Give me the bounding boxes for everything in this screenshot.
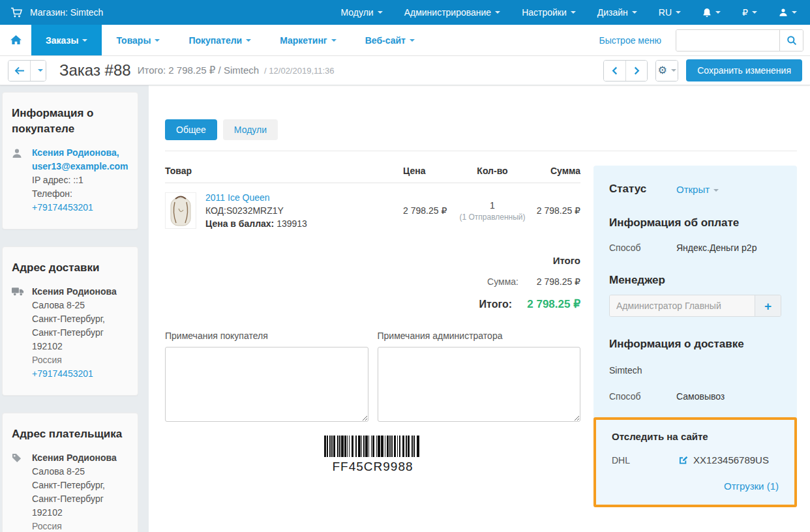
product-thumbnail bbox=[165, 192, 196, 229]
chevron-down-icon bbox=[38, 69, 43, 72]
subtotal-label: Сумма: bbox=[487, 276, 518, 287]
previous-order-button[interactable] bbox=[604, 61, 625, 81]
topbar-menus: Модули Администрирование Настройки Дизай… bbox=[340, 7, 797, 18]
product-code: КОД:S0232MRZ1Y bbox=[205, 205, 307, 216]
grand-total-label: Итого: bbox=[479, 299, 512, 310]
chevron-down-icon bbox=[331, 39, 337, 42]
shipping-phone-link[interactable]: +79174453201 bbox=[32, 368, 93, 379]
search-button[interactable] bbox=[779, 30, 803, 51]
nav-item-marketing[interactable]: Маркетинг bbox=[265, 25, 351, 55]
customer-info-card: Информация о покупателе Ксения Родионова… bbox=[2, 92, 138, 229]
table-row: 2011 Ice Queen КОД:S0232MRZ1Y Цена в бал… bbox=[165, 183, 580, 241]
card-title: Информация о покупателе bbox=[12, 106, 128, 137]
grand-total-value: 2 798.25 ₽ bbox=[512, 297, 580, 311]
shipping-company: Simtech bbox=[609, 365, 781, 376]
gear-icon: ⚙ bbox=[658, 65, 667, 76]
nav-item-website[interactable]: Веб-сайт bbox=[351, 25, 429, 55]
manager-input[interactable] bbox=[610, 295, 755, 316]
order-side-panel: Статус Открыт Информация об оплате Спосо… bbox=[593, 166, 797, 507]
shipments-link[interactable]: Отгрузки (1) bbox=[724, 480, 779, 492]
tab-general[interactable]: Общее bbox=[165, 119, 217, 140]
order-total-summary: Итого: 2 798.25 ₽ / Simtech bbox=[138, 65, 259, 76]
tracking-highlight-box: Отследить на сайте DHL XX123456789US bbox=[593, 417, 797, 507]
chevron-down-icon bbox=[792, 11, 797, 14]
order-details-column: Товар Цена Кол-во Сумма bbox=[165, 166, 580, 474]
shipping-info-title: Информация о доставке bbox=[609, 338, 781, 351]
ruble-symbol: ₽ bbox=[742, 7, 748, 18]
language-selector[interactable]: RU bbox=[659, 7, 681, 18]
pager-buttons bbox=[603, 60, 648, 81]
next-order-button[interactable] bbox=[625, 61, 647, 81]
status-dropdown[interactable]: Открыт bbox=[676, 184, 719, 195]
menu-settings[interactable]: Настройки bbox=[522, 7, 576, 18]
billing-address-card: Адрес плательщика Ксения Родионова Салов… bbox=[2, 413, 138, 532]
address-country: Россия bbox=[32, 353, 128, 367]
tracking-title: Отследить на сайте bbox=[612, 431, 779, 442]
address-country: Россия bbox=[32, 520, 128, 532]
chevron-down-icon bbox=[82, 39, 87, 42]
back-dropdown-button[interactable] bbox=[30, 61, 46, 81]
menu-administration[interactable]: Администрирование bbox=[404, 7, 501, 18]
currency-selector[interactable]: ₽ bbox=[742, 7, 757, 18]
chevron-down-icon bbox=[752, 11, 757, 14]
card-title: Адрес доставки bbox=[12, 260, 128, 276]
topbar: Магазин: Simtech Модули Администрировани… bbox=[0, 0, 810, 25]
customer-ip: IP адрес: ::1 bbox=[32, 173, 128, 187]
nav-item-products[interactable]: Товары bbox=[102, 25, 174, 55]
menu-design[interactable]: Дизайн bbox=[597, 7, 637, 18]
address-line: Салова 8-25 bbox=[32, 299, 128, 312]
add-manager-button[interactable]: + bbox=[755, 295, 781, 316]
manager-input-group: + bbox=[609, 295, 781, 317]
chevron-down-icon bbox=[410, 39, 415, 42]
chevron-down-icon bbox=[155, 39, 160, 42]
arrow-left-icon bbox=[14, 66, 25, 75]
search-icon bbox=[787, 35, 797, 46]
shipping-address-card: Адрес доставки Ксения Родионова Салова 8… bbox=[2, 246, 138, 396]
customer-notes-textarea[interactable] bbox=[165, 347, 368, 422]
save-changes-button[interactable]: Сохранить изменения bbox=[686, 59, 802, 81]
tab-addons[interactable]: Модули bbox=[223, 119, 278, 140]
payment-method-value: Яндекс.Деньги p2p bbox=[676, 243, 757, 253]
product-sum: 2 798.25 ₽ bbox=[535, 205, 580, 216]
card-title: Адрес плательщика bbox=[12, 426, 128, 442]
customer-name-link[interactable]: Ксения Родионова, bbox=[32, 147, 119, 158]
search-input[interactable] bbox=[676, 30, 779, 51]
store-selector[interactable]: Магазин: Simtech bbox=[10, 7, 103, 18]
admin-notes-textarea[interactable] bbox=[378, 347, 581, 422]
payer-name: Ксения Родионова bbox=[32, 451, 128, 465]
chevron-down-icon bbox=[671, 69, 676, 72]
subtotal-value: 2 798.25 ₽ bbox=[518, 276, 580, 287]
notifications-menu[interactable] bbox=[702, 8, 721, 18]
shipping-method-value: Самовывоз bbox=[676, 391, 725, 402]
customer-email-link[interactable]: user13@example.com bbox=[32, 161, 128, 171]
product-name-link[interactable]: 2011 Ice Queen bbox=[205, 192, 270, 203]
truck-icon bbox=[12, 285, 25, 381]
chevron-down-icon bbox=[715, 11, 721, 14]
nav-item-customers[interactable]: Покупатели bbox=[174, 25, 265, 55]
home-button[interactable] bbox=[0, 25, 31, 55]
chevron-down-icon bbox=[713, 189, 719, 192]
back-button[interactable] bbox=[8, 61, 30, 81]
qty-shipped-note: (1 Отправленный) bbox=[450, 213, 535, 222]
search-box bbox=[676, 29, 803, 52]
address-line: Санкт-Петербург, Санкт-Петербург 192102 bbox=[32, 312, 128, 353]
recipient-name: Ксения Родионова bbox=[32, 285, 128, 299]
quick-menu-link[interactable]: Быстрое меню bbox=[599, 35, 661, 46]
user-icon bbox=[779, 8, 788, 17]
order-totals: Итого Сумма: 2 798.25 ₽ Итого: 2 798.25 … bbox=[165, 255, 580, 311]
points-label: Цена в баллах: bbox=[205, 218, 274, 229]
customer-notes-label: Примечания покупателя bbox=[165, 331, 368, 341]
payment-info-title: Информация об оплате bbox=[609, 216, 781, 229]
tag-icon bbox=[12, 451, 25, 532]
menu-modules[interactable]: Модули bbox=[340, 7, 382, 18]
gear-dropdown-button[interactable]: ⚙ bbox=[656, 61, 678, 81]
tracking-number-link[interactable]: XX123456789US bbox=[679, 454, 769, 466]
chevron-down-icon bbox=[571, 11, 576, 14]
main-navbar: Заказы Товары Покупатели Маркетинг Веб-с… bbox=[0, 25, 810, 56]
account-menu[interactable] bbox=[779, 8, 797, 17]
product-qty: 1 bbox=[450, 200, 535, 211]
nav-item-orders[interactable]: Заказы bbox=[31, 25, 102, 55]
chevron-down-icon bbox=[378, 11, 383, 14]
order-notes: Примечания покупателя Примечания админис… bbox=[165, 331, 580, 424]
customer-phone-link[interactable]: +79174453201 bbox=[32, 202, 93, 213]
